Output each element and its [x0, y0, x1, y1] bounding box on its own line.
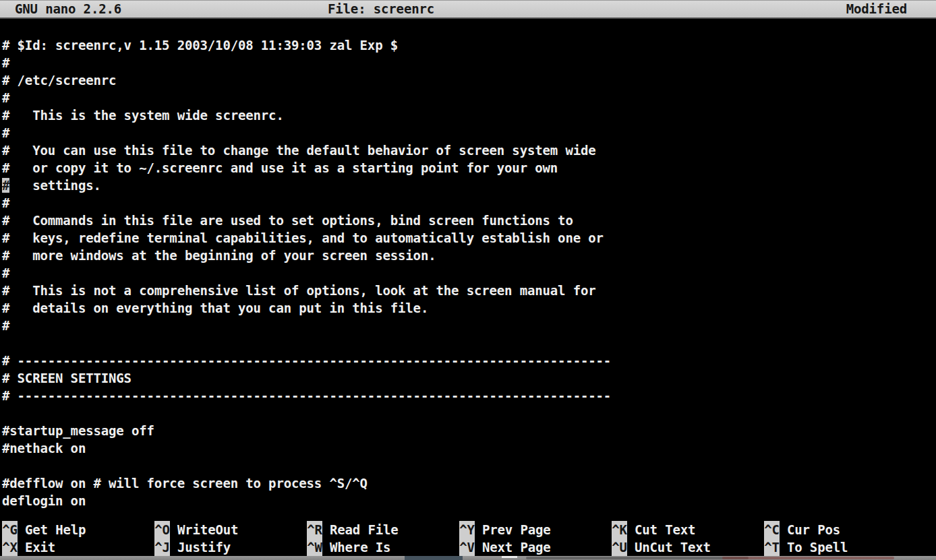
shortcut-key: ^U: [612, 538, 627, 556]
editor-line: # settings.: [2, 177, 936, 194]
shortcut-key: ^R: [307, 521, 322, 538]
background-window-edge: [0, 556, 936, 560]
background-fragment: [722, 557, 894, 559]
shortcut-label: Prev Page: [482, 522, 551, 537]
editor-line: # details on everything that you can put…: [2, 299, 936, 317]
shortcut-writeout: ^OWriteOut: [154, 521, 307, 538]
editor-line: deflogin on: [2, 492, 936, 509]
editor-line: #defflow on # will force screen to proce…: [2, 474, 936, 492]
shortcut-key: ^V: [459, 538, 475, 556]
text-cursor: #: [2, 178, 9, 193]
shortcut-key: ^T: [764, 538, 780, 556]
shortcut-key: ^Y: [459, 521, 475, 538]
editor-line: # This is not a comprehensive list of op…: [2, 282, 936, 299]
shortcut-label: UnCut Text: [635, 540, 711, 555]
shortcut-help-bar: ^GGet Help^OWriteOut^RRead File^YPrev Pa…: [0, 521, 936, 556]
shortcut-row: ^XExit^JJustify^WWhere Is^VNext Page^UUn…: [2, 538, 936, 556]
editor-line: [2, 457, 936, 474]
shortcut-key: ^X: [2, 538, 18, 556]
shortcut-cut-text: ^KCut Text: [612, 521, 764, 538]
shortcut-label: Exit: [25, 540, 55, 555]
shortcut-key: ^K: [612, 521, 627, 538]
shortcut-get-help: ^GGet Help: [2, 521, 154, 538]
editor-line: #: [2, 54, 936, 71]
editor-text-area[interactable]: # $Id: screenrc,v 1.15 2003/10/08 11:39:…: [0, 19, 936, 521]
shortcut-justify: ^JJustify: [154, 538, 307, 556]
editor-line: #: [2, 264, 936, 282]
shortcut-key: ^J: [154, 538, 170, 556]
shortcut-key: ^O: [154, 521, 170, 538]
editor-line: #: [2, 89, 936, 106]
shortcut-label: Read File: [330, 522, 399, 537]
editor-line: #nethack on: [2, 439, 936, 457]
editor-line: # You can use this file to change the de…: [2, 142, 936, 159]
editor-line: # Commands in this file are used to set …: [2, 212, 936, 229]
editor-line: # more windows at the beginning of your …: [2, 247, 936, 264]
nano-titlebar: GNU nano 2.2.6 File: screenrc Modified: [0, 0, 936, 19]
shortcut-label: WriteOut: [177, 522, 238, 537]
app-version-title: GNU nano 2.2.6: [15, 1, 121, 18]
editor-line: # $Id: screenrc,v 1.15 2003/10/08 11:39:…: [2, 36, 936, 54]
shortcut-read-file: ^RRead File: [307, 521, 459, 538]
shortcut-key: ^G: [2, 521, 18, 538]
shortcut-label: Get Help: [25, 522, 86, 537]
background-fragment: [502, 556, 517, 558]
shortcut-cur-pos: ^CCur Pos: [764, 521, 916, 538]
shortcut-row: ^GGet Help^OWriteOut^RRead File^YPrev Pa…: [2, 521, 936, 538]
editor-line: # or copy it to ~/.screenrc and use it a…: [2, 159, 936, 177]
background-fragment: [526, 557, 749, 559]
editor-line: # keys, redefine terminal capabilities, …: [2, 229, 936, 247]
editor-line: #: [2, 317, 936, 334]
shortcut-label: Cut Text: [635, 522, 695, 537]
editor-line: # /etc/screenrc: [2, 71, 936, 89]
editor-line: # --------------------------------------…: [2, 352, 936, 369]
editor-line: # --------------------------------------…: [2, 387, 936, 404]
shortcut-where-is: ^WWhere Is: [307, 538, 459, 556]
shortcut-to-spell: ^TTo Spell: [764, 538, 916, 556]
shortcut-label: Next Page: [482, 540, 551, 555]
shortcut-key: ^W: [307, 538, 322, 556]
shortcut-label: Justify: [177, 540, 231, 555]
editor-line: # This is the system wide screenrc.: [2, 106, 936, 124]
background-fragment: [405, 556, 463, 560]
editor-line: [2, 334, 936, 352]
editor-line: #: [2, 194, 936, 212]
shortcut-label: To Spell: [787, 540, 848, 555]
shortcut-uncut-text: ^UUnCut Text: [612, 538, 764, 556]
shortcut-exit: ^XExit: [2, 538, 154, 556]
modified-indicator: Modified: [846, 1, 907, 18]
editor-line: [2, 404, 936, 422]
shortcut-label: Cur Pos: [787, 522, 840, 537]
editor-line: #startup_message off: [2, 422, 936, 439]
shortcut-key: ^C: [764, 521, 780, 538]
editor-line: #: [2, 124, 936, 142]
file-name-title: File: screenrc: [328, 1, 434, 18]
nano-terminal-window: GNU nano 2.2.6 File: screenrc Modified #…: [0, 0, 936, 560]
shortcut-prev-page: ^YPrev Page: [459, 521, 612, 538]
shortcut-label: Where Is: [330, 540, 390, 555]
shortcut-next-page: ^VNext Page: [459, 538, 612, 556]
editor-line: # SCREEN SETTINGS: [2, 369, 936, 387]
